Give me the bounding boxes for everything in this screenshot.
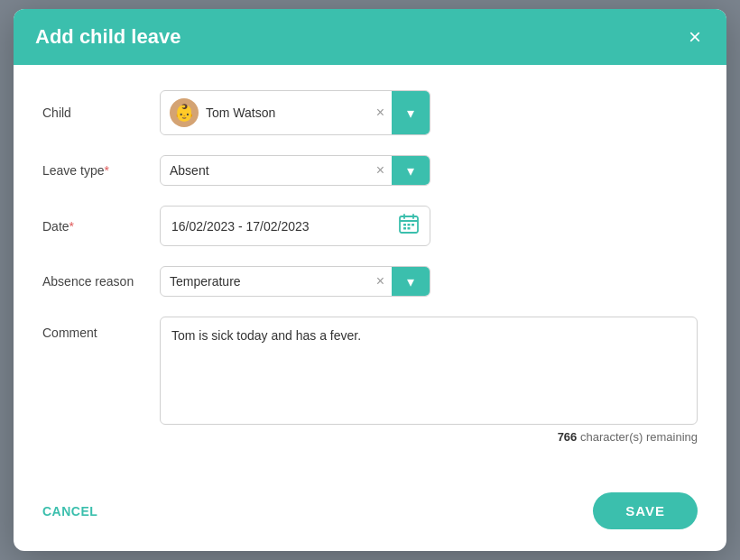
absence-reason-row: Absence reason Temperature × ▾ [42, 266, 698, 297]
save-button[interactable]: SAVE [593, 492, 698, 529]
chevron-down-icon: ▾ [407, 105, 414, 122]
modal-title: Add child leave [35, 25, 180, 49]
calendar-button[interactable] [388, 207, 430, 245]
svg-rect-8 [408, 227, 411, 230]
close-button[interactable]: × [685, 26, 705, 48]
leave-type-dropdown-button[interactable]: ▾ [392, 156, 430, 185]
date-field-wrapper: 16/02/2023 - 17/02/2023 [160, 206, 430, 246]
chevron-down-icon: ▾ [407, 273, 414, 290]
chars-count: 766 [558, 430, 578, 444]
chars-remaining: 766 character(s) remaining [160, 430, 698, 444]
absence-reason-field-wrapper: Temperature × ▾ [160, 266, 430, 297]
required-star: * [69, 219, 74, 234]
svg-rect-5 [408, 224, 411, 226]
absence-reason-field-inner: Temperature [161, 267, 369, 296]
modal-header: Add child leave × [14, 9, 726, 65]
absence-reason-dropdown-button[interactable]: ▾ [392, 267, 430, 296]
absence-reason-value: Temperature [170, 274, 360, 289]
cancel-button[interactable]: CANCEL [42, 504, 97, 519]
absence-reason-label: Absence reason [42, 274, 160, 289]
required-star: * [105, 163, 109, 178]
date-label: Date* [42, 219, 160, 234]
svg-rect-4 [403, 224, 406, 226]
leave-type-row: Leave type* Absent × ▾ [42, 155, 698, 186]
child-clear-button[interactable]: × [369, 102, 392, 124]
calendar-icon [399, 217, 419, 237]
comment-label: Comment [42, 317, 160, 340]
add-child-leave-modal: Add child leave × Child 👶 Tom Watson × [14, 9, 726, 551]
child-field-inner: 👶 Tom Watson [161, 91, 369, 134]
child-label: Child [42, 106, 160, 120]
leave-type-field-inner: Absent [161, 156, 369, 185]
avatar-icon: 👶 [174, 103, 194, 123]
child-field-wrapper: 👶 Tom Watson × ▾ [160, 90, 430, 135]
child-dropdown-button[interactable]: ▾ [392, 91, 430, 134]
avatar: 👶 [170, 98, 199, 127]
child-value: Tom Watson [206, 106, 360, 120]
svg-rect-6 [412, 224, 414, 226]
comment-textarea[interactable]: Tom is sick today and has a fever. [160, 317, 698, 425]
absence-reason-clear-button[interactable]: × [369, 271, 392, 292]
chars-label: character(s) remaining [580, 430, 698, 444]
leave-type-clear-button[interactable]: × [369, 160, 392, 181]
svg-rect-7 [403, 227, 406, 230]
leave-type-field-wrapper: Absent × ▾ [160, 155, 430, 186]
modal-body: Child 👶 Tom Watson × ▾ [14, 65, 726, 478]
comment-wrapper: Tom is sick today and has a fever. 766 c… [160, 317, 698, 444]
modal-footer: CANCEL SAVE [14, 478, 726, 551]
date-value: 16/02/2023 - 17/02/2023 [161, 210, 388, 243]
child-row: Child 👶 Tom Watson × ▾ [42, 90, 698, 135]
leave-type-label: Leave type* [42, 163, 160, 178]
comment-row: Comment Tom is sick today and has a feve… [42, 317, 698, 444]
chevron-down-icon: ▾ [407, 162, 414, 179]
date-row: Date* 16/02/2023 - 17/02/2023 [42, 206, 698, 246]
modal-overlay: Add child leave × Child 👶 Tom Watson × [0, 0, 740, 560]
leave-type-value: Absent [170, 163, 360, 178]
